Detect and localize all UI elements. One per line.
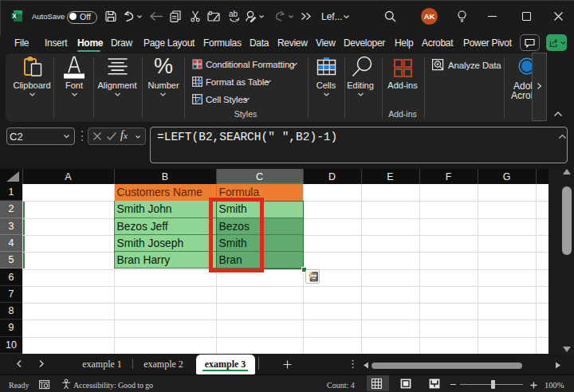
svg-text:X: X	[12, 12, 17, 20]
